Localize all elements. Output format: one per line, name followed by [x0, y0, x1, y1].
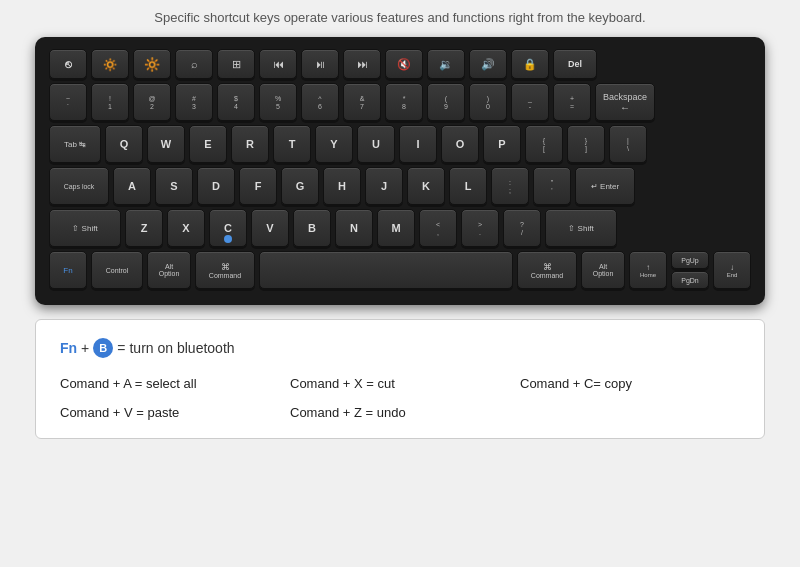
- key-semicolon[interactable]: :;: [491, 167, 529, 205]
- key-g[interactable]: G: [281, 167, 319, 205]
- shortcut-paste: Comand + V = paste: [60, 405, 280, 420]
- bluetooth-description: turn on bluetooth: [129, 340, 234, 356]
- key-mute[interactable]: 🔇: [385, 49, 423, 79]
- key-space[interactable]: [259, 251, 513, 289]
- key-mission-control[interactable]: ⌕: [175, 49, 213, 79]
- key-k[interactable]: K: [407, 167, 445, 205]
- key-alt-right[interactable]: AltOption: [581, 251, 625, 289]
- key-o[interactable]: O: [441, 125, 479, 163]
- key-j[interactable]: J: [365, 167, 403, 205]
- key-f[interactable]: F: [239, 167, 277, 205]
- key-c[interactable]: C: [209, 209, 247, 247]
- key-3[interactable]: #3: [175, 83, 213, 121]
- key-lt[interactable]: <,: [419, 209, 457, 247]
- info-box: Fn + B = turn on bluetooth Comand + A = …: [35, 319, 765, 439]
- key-2[interactable]: @2: [133, 83, 171, 121]
- key-t[interactable]: T: [273, 125, 311, 163]
- key-a[interactable]: A: [113, 167, 151, 205]
- key-slash[interactable]: ?/: [503, 209, 541, 247]
- key-h[interactable]: H: [323, 167, 361, 205]
- key-fn[interactable]: Fn: [49, 251, 87, 289]
- shortcut-cut: Comand + X = cut: [290, 376, 510, 391]
- key-v[interactable]: V: [251, 209, 289, 247]
- fn-media-row: ⎋ 🔅 🔆 ⌕ ⊞ ⏮ ⏯ ⏭ 🔇 🔉 🔊 🔒 Del: [49, 49, 751, 79]
- key-vol-down[interactable]: 🔉: [427, 49, 465, 79]
- key-8[interactable]: *8: [385, 83, 423, 121]
- bluetooth-indicator: [224, 235, 232, 243]
- shortcut-undo: Comand + Z = undo: [290, 405, 510, 420]
- key-lock[interactable]: 🔒: [511, 49, 549, 79]
- key-alt-left[interactable]: AltOption: [147, 251, 191, 289]
- fn-label: Fn: [60, 340, 77, 356]
- key-enter[interactable]: ↵ Enter: [575, 167, 635, 205]
- key-esc[interactable]: ⎋: [49, 49, 87, 79]
- asdf-row: Caps lock A S D F G H J K L :; "' ↵ Ente…: [49, 167, 751, 205]
- key-d[interactable]: D: [197, 167, 235, 205]
- key-play[interactable]: ⏯: [301, 49, 339, 79]
- key-pgdn[interactable]: PgDn: [671, 271, 709, 289]
- key-lbracket[interactable]: {[: [525, 125, 563, 163]
- key-next[interactable]: ⏭: [343, 49, 381, 79]
- key-y[interactable]: Y: [315, 125, 353, 163]
- key-command-left[interactable]: ⌘Command: [195, 251, 255, 289]
- bottom-row: Fn Control AltOption ⌘Command ⌘Command A…: [49, 251, 751, 289]
- key-control[interactable]: Control: [91, 251, 143, 289]
- key-home[interactable]: ↑Home: [629, 251, 667, 289]
- key-5[interactable]: %5: [259, 83, 297, 121]
- key-r[interactable]: R: [231, 125, 269, 163]
- key-launchpad[interactable]: ⊞: [217, 49, 255, 79]
- key-brightness-down[interactable]: 🔅: [91, 49, 129, 79]
- key-l[interactable]: L: [449, 167, 487, 205]
- shortcuts-grid: Comand + A = select all Comand + X = cut…: [60, 376, 740, 420]
- key-m[interactable]: M: [377, 209, 415, 247]
- key-backspace[interactable]: Backspace←: [595, 83, 655, 121]
- key-tab[interactable]: Tab ↹: [49, 125, 101, 163]
- key-brightness-up[interactable]: 🔆: [133, 49, 171, 79]
- key-rshift[interactable]: ⇧ Shift: [545, 209, 617, 247]
- qwerty-row: Tab ↹ Q W E R T Y U I O P {[ }] |\: [49, 125, 751, 163]
- shortcut-select-all: Comand + A = select all: [60, 376, 280, 391]
- key-prev[interactable]: ⏮: [259, 49, 297, 79]
- fn-bluetooth-row: Fn + B = turn on bluetooth: [60, 338, 740, 358]
- key-capslock[interactable]: Caps lock: [49, 167, 109, 205]
- key-command-right[interactable]: ⌘Command: [517, 251, 577, 289]
- key-minus[interactable]: _-: [511, 83, 549, 121]
- key-9[interactable]: (9: [427, 83, 465, 121]
- key-0[interactable]: )0: [469, 83, 507, 121]
- keyboard: ⎋ 🔅 🔆 ⌕ ⊞ ⏮ ⏯ ⏭ 🔇 🔉 🔊 🔒 Del ~` !1 @2 #3 …: [35, 37, 765, 305]
- key-plus[interactable]: +=: [553, 83, 591, 121]
- shortcut-copy: Comand + C= copy: [520, 376, 740, 391]
- key-1[interactable]: !1: [91, 83, 129, 121]
- key-7[interactable]: &7: [343, 83, 381, 121]
- key-end[interactable]: ↓End: [713, 251, 751, 289]
- key-pgup[interactable]: PgUp: [671, 251, 709, 269]
- key-u[interactable]: U: [357, 125, 395, 163]
- key-z[interactable]: Z: [125, 209, 163, 247]
- key-i[interactable]: I: [399, 125, 437, 163]
- number-row: ~` !1 @2 #3 $4 %5 ^6 &7 *8 (9 )0 _- += B…: [49, 83, 751, 121]
- key-s[interactable]: S: [155, 167, 193, 205]
- key-n[interactable]: N: [335, 209, 373, 247]
- key-rbracket[interactable]: }]: [567, 125, 605, 163]
- key-gt[interactable]: >.: [461, 209, 499, 247]
- subtitle-text: Specific shortcut keys operate various f…: [154, 10, 645, 25]
- key-b[interactable]: B: [293, 209, 331, 247]
- key-p[interactable]: P: [483, 125, 521, 163]
- key-vol-up[interactable]: 🔊: [469, 49, 507, 79]
- key-6[interactable]: ^6: [301, 83, 339, 121]
- key-q[interactable]: Q: [105, 125, 143, 163]
- zxcv-row: ⇧ Shift Z X C V B N M <, >. ?/ ⇧ Shift: [49, 209, 751, 247]
- key-x[interactable]: X: [167, 209, 205, 247]
- key-backslash[interactable]: |\: [609, 125, 647, 163]
- arrow-cluster: PgUp PgDn: [671, 251, 709, 289]
- key-4[interactable]: $4: [217, 83, 255, 121]
- key-del[interactable]: Del: [553, 49, 597, 79]
- key-lshift[interactable]: ⇧ Shift: [49, 209, 121, 247]
- equals-sign: =: [117, 340, 125, 356]
- key-w[interactable]: W: [147, 125, 185, 163]
- key-tilde[interactable]: ~`: [49, 83, 87, 121]
- key-e[interactable]: E: [189, 125, 227, 163]
- plus-sign: +: [81, 340, 89, 356]
- key-quote[interactable]: "': [533, 167, 571, 205]
- bluetooth-icon: B: [93, 338, 113, 358]
